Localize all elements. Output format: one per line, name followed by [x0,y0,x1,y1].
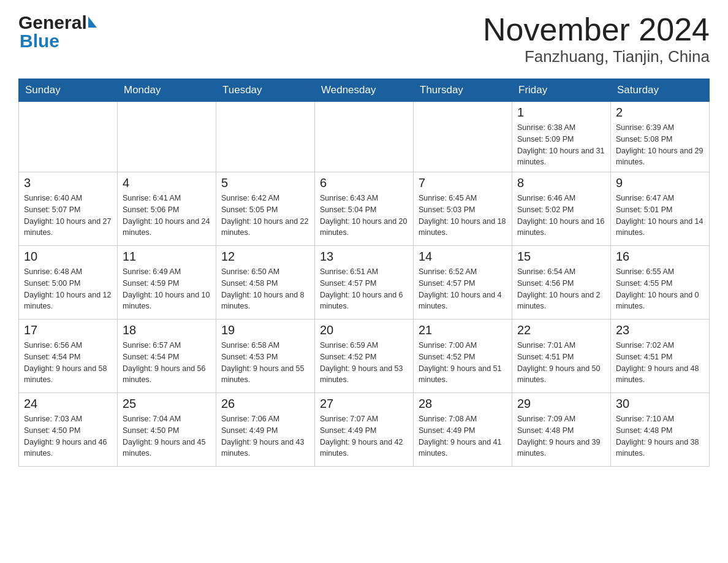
day-number: 6 [320,176,408,190]
calendar-cell: 27Sunrise: 7:07 AMSunset: 4:49 PMDayligh… [315,393,414,467]
day-info: Sunrise: 7:07 AMSunset: 4:49 PMDaylight:… [320,413,408,459]
day-number: 16 [616,250,704,264]
calendar-cell: 2Sunrise: 6:39 AMSunset: 5:08 PMDaylight… [611,102,710,172]
day-number: 21 [419,323,507,337]
day-info: Sunrise: 6:40 AMSunset: 5:07 PMDaylight:… [24,193,112,239]
calendar-cell: 9Sunrise: 6:47 AMSunset: 5:01 PMDaylight… [611,172,710,246]
day-number: 4 [123,176,211,190]
week-row-1: 1Sunrise: 6:38 AMSunset: 5:09 PMDaylight… [19,102,710,172]
day-info: Sunrise: 7:02 AMSunset: 4:51 PMDaylight:… [616,340,704,386]
logo-blue-text: Blue [18,31,59,52]
day-info: Sunrise: 6:45 AMSunset: 5:03 PMDaylight:… [419,193,507,239]
page-header: General Blue November 2024 Fanzhuang, Ti… [18,12,710,66]
calendar-cell: 4Sunrise: 6:41 AMSunset: 5:06 PMDaylight… [118,172,216,246]
day-info: Sunrise: 6:50 AMSunset: 4:58 PMDaylight:… [221,266,309,312]
day-info: Sunrise: 7:10 AMSunset: 4:48 PMDaylight:… [616,413,704,459]
week-row-5: 24Sunrise: 7:03 AMSunset: 4:50 PMDayligh… [19,393,710,467]
calendar-table: SundayMondayTuesdayWednesdayThursdayFrid… [18,79,710,467]
day-number: 22 [517,323,605,337]
day-info: Sunrise: 6:42 AMSunset: 5:05 PMDaylight:… [221,193,309,239]
day-number: 11 [123,250,211,264]
calendar-cell: 16Sunrise: 6:55 AMSunset: 4:55 PMDayligh… [611,246,710,320]
calendar-cell: 30Sunrise: 7:10 AMSunset: 4:48 PMDayligh… [611,393,710,467]
calendar-cell: 18Sunrise: 6:57 AMSunset: 4:54 PMDayligh… [118,320,216,393]
calendar-cell: 15Sunrise: 6:54 AMSunset: 4:56 PMDayligh… [512,246,611,320]
day-number: 9 [616,176,704,190]
calendar-cell [118,102,216,172]
calendar-cell: 26Sunrise: 7:06 AMSunset: 4:49 PMDayligh… [216,393,315,467]
day-info: Sunrise: 6:57 AMSunset: 4:54 PMDaylight:… [123,340,211,386]
title-block: November 2024 Fanzhuang, Tianjin, China [483,12,710,66]
day-number: 10 [24,250,112,264]
calendar-cell [19,102,118,172]
calendar-cell: 14Sunrise: 6:52 AMSunset: 4:57 PMDayligh… [414,246,512,320]
logo: General Blue [18,12,97,52]
calendar-cell: 1Sunrise: 6:38 AMSunset: 5:09 PMDaylight… [512,102,611,172]
day-number: 14 [419,250,507,264]
day-info: Sunrise: 6:51 AMSunset: 4:57 PMDaylight:… [320,266,408,312]
weekday-header-row: SundayMondayTuesdayWednesdayThursdayFrid… [19,79,710,102]
day-info: Sunrise: 6:58 AMSunset: 4:53 PMDaylight:… [221,340,309,386]
day-info: Sunrise: 6:43 AMSunset: 5:04 PMDaylight:… [320,193,408,239]
calendar-cell: 11Sunrise: 6:49 AMSunset: 4:59 PMDayligh… [118,246,216,320]
calendar-cell [414,102,512,172]
week-row-3: 10Sunrise: 6:48 AMSunset: 5:00 PMDayligh… [19,246,710,320]
calendar-title: November 2024 [483,12,710,47]
calendar-cell: 29Sunrise: 7:09 AMSunset: 4:48 PMDayligh… [512,393,611,467]
calendar-cell: 10Sunrise: 6:48 AMSunset: 5:00 PMDayligh… [19,246,118,320]
calendar-cell: 28Sunrise: 7:08 AMSunset: 4:49 PMDayligh… [414,393,512,467]
calendar-body: 1Sunrise: 6:38 AMSunset: 5:09 PMDaylight… [19,102,710,467]
day-number: 15 [517,250,605,264]
weekday-header-friday: Friday [512,79,611,102]
day-number: 24 [24,397,112,411]
day-number: 3 [24,176,112,190]
day-info: Sunrise: 6:47 AMSunset: 5:01 PMDaylight:… [616,193,704,239]
day-number: 5 [221,176,309,190]
week-row-4: 17Sunrise: 6:56 AMSunset: 4:54 PMDayligh… [19,320,710,393]
week-row-2: 3Sunrise: 6:40 AMSunset: 5:07 PMDaylight… [19,172,710,246]
calendar-cell: 7Sunrise: 6:45 AMSunset: 5:03 PMDaylight… [414,172,512,246]
day-info: Sunrise: 7:06 AMSunset: 4:49 PMDaylight:… [221,413,309,459]
weekday-header-tuesday: Tuesday [216,79,315,102]
calendar-cell [315,102,414,172]
day-number: 23 [616,323,704,337]
day-info: Sunrise: 6:39 AMSunset: 5:08 PMDaylight:… [616,122,704,168]
day-info: Sunrise: 6:59 AMSunset: 4:52 PMDaylight:… [320,340,408,386]
calendar-cell: 3Sunrise: 6:40 AMSunset: 5:07 PMDaylight… [19,172,118,246]
day-info: Sunrise: 7:09 AMSunset: 4:48 PMDaylight:… [517,413,605,459]
weekday-header-sunday: Sunday [19,79,118,102]
day-number: 30 [616,397,704,411]
day-number: 12 [221,250,309,264]
calendar-cell: 13Sunrise: 6:51 AMSunset: 4:57 PMDayligh… [315,246,414,320]
day-info: Sunrise: 7:00 AMSunset: 4:52 PMDaylight:… [419,340,507,386]
day-number: 20 [320,323,408,337]
calendar-cell: 8Sunrise: 6:46 AMSunset: 5:02 PMDaylight… [512,172,611,246]
calendar-cell: 20Sunrise: 6:59 AMSunset: 4:52 PMDayligh… [315,320,414,393]
day-number: 13 [320,250,408,264]
weekday-header-wednesday: Wednesday [315,79,414,102]
calendar-cell: 12Sunrise: 6:50 AMSunset: 4:58 PMDayligh… [216,246,315,320]
day-info: Sunrise: 6:46 AMSunset: 5:02 PMDaylight:… [517,193,605,239]
day-number: 19 [221,323,309,337]
day-info: Sunrise: 6:52 AMSunset: 4:57 PMDaylight:… [419,266,507,312]
logo-general-text: General [18,12,87,33]
day-number: 18 [123,323,211,337]
calendar-cell: 22Sunrise: 7:01 AMSunset: 4:51 PMDayligh… [512,320,611,393]
day-number: 25 [123,397,211,411]
day-info: Sunrise: 6:38 AMSunset: 5:09 PMDaylight:… [517,122,605,168]
calendar-cell: 5Sunrise: 6:42 AMSunset: 5:05 PMDaylight… [216,172,315,246]
day-number: 17 [24,323,112,337]
day-info: Sunrise: 6:55 AMSunset: 4:55 PMDaylight:… [616,266,704,312]
day-info: Sunrise: 6:54 AMSunset: 4:56 PMDaylight:… [517,266,605,312]
calendar-cell [216,102,315,172]
calendar-cell: 21Sunrise: 7:00 AMSunset: 4:52 PMDayligh… [414,320,512,393]
day-info: Sunrise: 7:03 AMSunset: 4:50 PMDaylight:… [24,413,112,459]
day-number: 7 [419,176,507,190]
calendar-header: SundayMondayTuesdayWednesdayThursdayFrid… [19,79,710,102]
day-number: 2 [616,105,704,120]
day-info: Sunrise: 6:41 AMSunset: 5:06 PMDaylight:… [123,193,211,239]
day-info: Sunrise: 6:48 AMSunset: 5:00 PMDaylight:… [24,266,112,312]
weekday-header-thursday: Thursday [414,79,512,102]
logo-arrow-icon [88,17,97,28]
day-info: Sunrise: 7:01 AMSunset: 4:51 PMDaylight:… [517,340,605,386]
